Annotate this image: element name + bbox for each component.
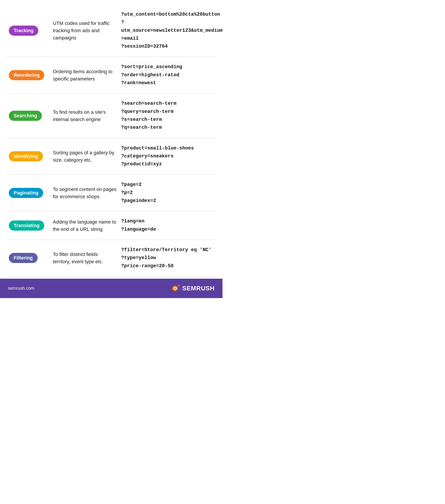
col-desc-reordering: Ordering items according to specific par…: [53, 68, 121, 82]
col-examples-identifying: ?product=small-blue-shoes?category=sneak…: [121, 144, 214, 168]
example-line-filtering-2: ?price-range=20-50: [121, 262, 214, 270]
col-examples-reordering: ?sort=price_ascending?order=highest-rate…: [121, 63, 214, 87]
table-area: TrackingUTM codes used for traffic track…: [0, 0, 222, 279]
svg-point-2: [174, 288, 176, 289]
example-line-reordering-0: ?sort=price_ascending: [121, 63, 214, 71]
col-examples-filtering: ?filter=Store/Territory eq 'NC'?type=yel…: [121, 246, 214, 270]
badge-paginating: Paginating: [9, 188, 43, 198]
example-line-paginating-1: ?p=2: [121, 189, 214, 197]
badge-identifying: Identifying: [9, 151, 43, 162]
example-line-searching-0: ?search=search-term: [121, 100, 214, 108]
example-line-searching-2: ?s=search-term: [121, 116, 214, 124]
col-label-translating: Translating: [9, 220, 53, 231]
example-line-translating-0: ?lang=en: [121, 217, 214, 225]
example-line-tracking-3: ?sessionID=32764: [121, 43, 222, 51]
example-line-reordering-1: ?order=highest-rated: [121, 71, 214, 79]
col-examples-paginating: ?page=2?p=2?pageindex=2: [121, 181, 214, 205]
example-line-tracking-2: =email: [121, 35, 222, 43]
footer-domain: semrush.com: [8, 286, 34, 291]
col-label-tracking: Tracking: [9, 26, 53, 36]
svg-point-3: [178, 285, 180, 286]
semrush-logo-icon: [170, 284, 180, 293]
example-line-identifying-2: ?productid=xyz: [121, 160, 214, 168]
col-desc-paginating: To segment content on pages for ecommerc…: [53, 186, 121, 200]
example-line-reordering-2: ?rank=newest: [121, 79, 214, 87]
col-label-identifying: Identifying: [9, 151, 53, 162]
row-searching: SearchingTo find results on a site's int…: [7, 93, 216, 138]
example-line-translating-1: ?language=de: [121, 226, 214, 234]
badge-searching: Searching: [9, 111, 42, 121]
col-desc-identifying: Sorting pages of a gallery by size, cate…: [53, 149, 121, 163]
row-translating: TranslatingAdding the language name to t…: [7, 211, 216, 240]
col-label-searching: Searching: [9, 111, 53, 121]
example-line-searching-3: ?q=search-term: [121, 124, 214, 132]
example-line-identifying-0: ?product=small-blue-shoes: [121, 144, 214, 152]
footer-logo: SEMRUSH: [170, 284, 215, 293]
col-examples-tracking: ?utm_content=bottom%20cta%20button?utm_s…: [121, 11, 222, 51]
col-label-paginating: Paginating: [9, 188, 53, 198]
badge-tracking: Tracking: [9, 26, 38, 36]
col-label-reordering: Reordering: [9, 70, 53, 80]
example-line-paginating-2: ?pageindex=2: [121, 197, 214, 205]
example-line-filtering-1: ?type=yellow: [121, 254, 214, 262]
example-line-tracking-0: ?utm_content=bottom%20cta%20button: [121, 11, 222, 18]
col-desc-translating: Adding the language name to the end of a…: [53, 218, 121, 233]
example-line-paginating-0: ?page=2: [121, 181, 214, 189]
example-line-filtering-0: ?filter=Store/Territory eq 'NC': [121, 246, 214, 254]
badge-filtering: Filtering: [9, 253, 38, 263]
col-examples-translating: ?lang=en?language=de: [121, 217, 214, 234]
badge-reordering: Reordering: [9, 70, 44, 80]
row-paginating: PaginatingTo segment content on pages fo…: [7, 175, 216, 211]
col-examples-searching: ?search=search-term?query=search-term?s=…: [121, 100, 214, 132]
col-label-filtering: Filtering: [9, 253, 53, 263]
col-desc-filtering: To filter distinct fields: territory, ev…: [53, 251, 121, 265]
example-line-identifying-1: ?category=sneakers: [121, 152, 214, 160]
col-desc-searching: To find results on a site's internal sea…: [53, 108, 121, 123]
row-filtering: FilteringTo filter distinct fields: terr…: [7, 240, 216, 276]
example-line-tracking-1: ?utm_source=newsletter123&utm_medium: [121, 18, 222, 35]
footer: semrush.com SEMRUSH: [0, 279, 222, 298]
badge-translating: Translating: [9, 220, 44, 231]
row-reordering: ReorderingOrdering items according to sp…: [7, 57, 216, 93]
example-line-searching-1: ?query=search-term: [121, 108, 214, 116]
row-identifying: IdentifyingSorting pages of a gallery by…: [7, 138, 216, 175]
main-container: TrackingUTM codes used for traffic track…: [0, 0, 222, 298]
footer-logo-text: SEMRUSH: [182, 285, 215, 292]
col-desc-tracking: UTM codes used for traffic tracking from…: [53, 20, 121, 41]
row-tracking: TrackingUTM codes used for traffic track…: [7, 4, 216, 57]
